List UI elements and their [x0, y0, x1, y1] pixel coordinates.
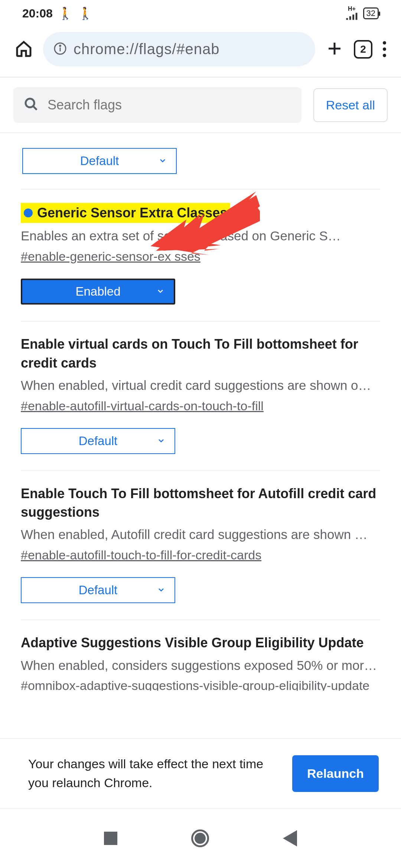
new-tab-icon[interactable] — [326, 40, 343, 59]
chevron-down-icon — [158, 154, 167, 168]
search-row: Reset all — [0, 78, 401, 132]
flag-title: Enable Touch To Fill bottomsheet for Aut… — [21, 484, 380, 522]
flag-select[interactable]: Default — [21, 428, 175, 454]
url-bar[interactable]: chrome://flags/#enab — [43, 32, 315, 66]
svg-point-5 — [26, 99, 34, 107]
info-icon — [53, 42, 67, 57]
flag-hash-link[interactable]: #enable-generic-sensor-ex sses — [21, 249, 200, 264]
flag-select[interactable]: Default — [22, 148, 177, 174]
network-icon: H+ — [345, 6, 359, 21]
recent-apps-button[interactable] — [104, 832, 117, 845]
svg-line-6 — [33, 106, 37, 110]
flag-hash-link[interactable]: #enable-autofill-virtual-cards-on-touch-… — [21, 399, 264, 413]
flag-title: Generic Sensor Extra Classes — [21, 203, 230, 223]
flag-description: When enabled, Autofill credit card sugge… — [21, 525, 380, 544]
flag-select[interactable]: Default — [21, 577, 175, 603]
flag-description: When enabled, virtual credit card sugges… — [21, 376, 380, 395]
flag-description: Enables an extra set of sensor cla ased … — [21, 227, 380, 246]
relaunch-message: Your changes will take effect the next t… — [28, 754, 285, 792]
chevron-down-icon — [157, 434, 166, 448]
home-button[interactable] — [191, 829, 209, 847]
relaunch-button[interactable]: Relaunch — [292, 755, 379, 792]
url-text: chrome://flags/#enab — [74, 41, 220, 57]
tab-switcher[interactable]: 2 — [354, 40, 372, 59]
chevron-down-icon — [156, 285, 165, 299]
search-icon — [24, 97, 39, 113]
relaunch-bar: Your changes will take effect the next t… — [0, 738, 401, 809]
flag-description: When enabled, considers suggestions expo… — [21, 656, 380, 675]
flag-title: Adaptive Suggestions Visible Group Eligi… — [21, 634, 380, 652]
flag-entry-touch-to-fill: Enable Touch To Fill bottomsheet for Aut… — [0, 471, 401, 620]
flag-select[interactable]: Enabled — [21, 279, 175, 305]
flag-entry-adaptive-suggestions: Adaptive Suggestions Visible Group Eligi… — [0, 620, 401, 691]
flag-hash-link[interactable]: #omnibox-adaptive-suggestions-visible-gr… — [21, 678, 369, 691]
home-icon[interactable] — [15, 40, 33, 59]
browser-toolbar: chrome://flags/#enab 2 — [0, 24, 401, 77]
menu-icon[interactable] — [383, 41, 386, 57]
flags-list: Default Generic Sensor Extra Classes Ena… — [0, 133, 401, 691]
status-time: 20:08 — [22, 7, 53, 20]
status-bar: 20:08 🚶 🚶 H+ 32 — [0, 0, 401, 24]
search-input[interactable] — [48, 97, 291, 113]
flag-title: Enable virtual cards on Touch To Fill bo… — [21, 335, 380, 372]
flag-hash-link[interactable]: #enable-autofill-touch-to-fill-for-credi… — [21, 548, 261, 562]
reset-all-button[interactable]: Reset all — [313, 88, 388, 122]
back-button[interactable] — [283, 830, 297, 846]
svg-point-2 — [60, 45, 61, 46]
battery-icon: 32 — [363, 7, 379, 19]
flag-entry-generic-sensor: Generic Sensor Extra Classes Enables an … — [0, 190, 401, 321]
modified-dot-icon — [24, 208, 33, 217]
system-nav-bar — [0, 809, 401, 868]
chevron-down-icon — [157, 583, 166, 597]
flag-entry-partial: Default — [0, 133, 401, 189]
pedometer-icon: 🚶 — [58, 6, 73, 20]
search-flags-box[interactable] — [13, 87, 301, 123]
pedometer-icon: 🚶 — [78, 6, 93, 20]
flag-entry-virtual-cards: Enable virtual cards on Touch To Fill bo… — [0, 322, 401, 470]
